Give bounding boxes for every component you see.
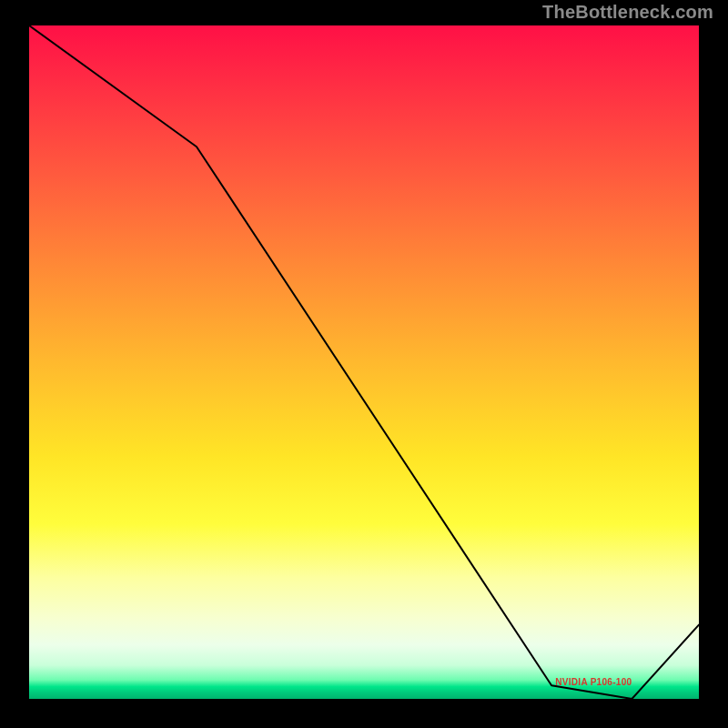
chart-frame: TheBottleneck.com NVIDIA P106-100: [0, 0, 728, 728]
gpu-annotation-label: NVIDIA P106-100: [555, 677, 632, 687]
bottleneck-curve-path: [29, 25, 699, 699]
bottleneck-curve: [29, 25, 699, 699]
plot-area: NVIDIA P106-100: [29, 25, 699, 699]
attribution-text: TheBottleneck.com: [542, 2, 713, 23]
